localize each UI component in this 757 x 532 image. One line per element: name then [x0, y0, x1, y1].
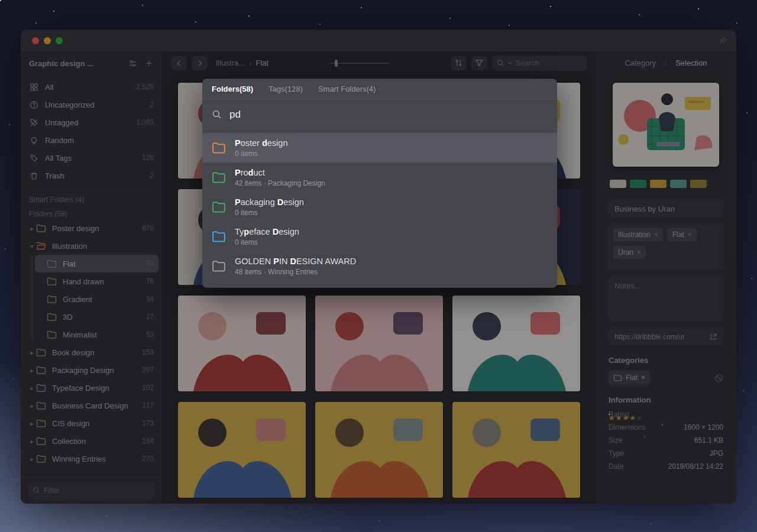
result-title: Poster design [235, 138, 287, 148]
result-meta: 0 items [235, 150, 287, 158]
folder-icon [212, 260, 227, 272]
modal-results: Poster design0 itemsProduct42 items · Pa… [202, 129, 557, 288]
search-icon [212, 109, 222, 119]
result-meta: 48 items · Winning Entries [235, 268, 356, 276]
app-window: Graphic design ... All2,529Uncategorized… [21, 30, 736, 504]
result-title: Product [235, 168, 325, 177]
quick-search-input[interactable] [229, 109, 548, 121]
folder-icon [212, 142, 227, 154]
tab-tags[interactable]: Tags(128) [268, 85, 303, 93]
wallpaper-stars [0, 0, 1, 1]
tab-smart-folders[interactable]: Smart Folders(4) [318, 85, 376, 93]
folder-icon [212, 201, 227, 213]
search-result[interactable]: Product42 items · Packaging Design [202, 163, 557, 192]
result-meta: 42 items · Packaging Design [235, 179, 325, 187]
result-meta: 0 items [235, 209, 304, 217]
folder-icon [212, 231, 227, 242]
result-title: GOLDEN PIN DESIGN AWARD [235, 257, 356, 266]
tab-folders[interactable]: Folders(58) [212, 85, 253, 93]
quick-search-bar[interactable] [202, 100, 557, 129]
search-result[interactable]: Typeface Design0 items [202, 222, 557, 251]
search-result[interactable]: Poster design0 items [202, 133, 557, 163]
quick-search-tabs: Folders(58) Tags(128) Smart Folders(4) [202, 79, 557, 100]
quick-search-modal: Folders(58) Tags(128) Smart Folders(4) P… [202, 79, 557, 288]
folder-icon [212, 171, 227, 183]
search-result[interactable]: GOLDEN PIN DESIGN AWARD48 items · Winnin… [202, 251, 557, 281]
result-title: Typeface Design [235, 227, 299, 236]
result-title: Packaging Design [235, 197, 304, 207]
result-meta: 0 items [235, 238, 299, 246]
search-result[interactable]: Packaging Design0 items [202, 192, 557, 222]
